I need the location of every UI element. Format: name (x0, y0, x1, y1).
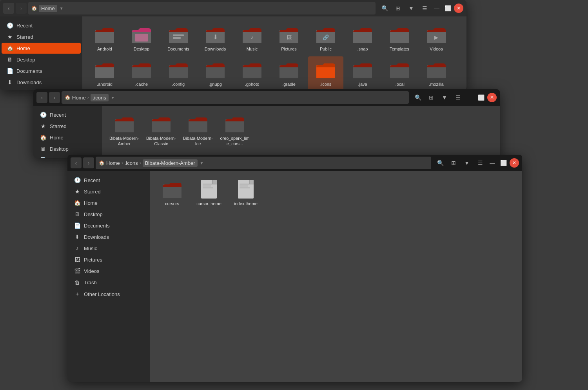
sidebar-item-pictures-win3[interactable]: 🖼 Pictures (69, 254, 148, 265)
breadcrumb-win2[interactable]: 🏠 Home › .icons ▼ (62, 91, 409, 104)
sidebar-win1: 🕐 Recent ★ Starred 🏠 Home 🖥 Desktop 📄 Do… (0, 16, 82, 90)
file-item-gnupg[interactable]: .gnupg (198, 56, 233, 90)
sidebar-item-home-win2[interactable]: 🏠 Home (35, 132, 100, 143)
view-btn-win2[interactable]: ⊞ (425, 92, 437, 103)
window-bibata-amber[interactable]: ‹ › 🏠 Home › .icons › Bibata-Modern-Ambe… (67, 155, 522, 382)
window-icons[interactable]: ‹ › 🏠 Home › .icons ▼ 🔍 ⊞ ▼ ☰ — ⬜ ✕ 🕐 Re… (33, 89, 500, 158)
close-btn-win3[interactable]: ✕ (510, 158, 519, 168)
file-item-cursors[interactable]: cursors (154, 176, 190, 209)
maximize-btn-win2[interactable]: ⬜ (476, 93, 486, 102)
forward-btn-win1[interactable]: › (16, 3, 27, 14)
breadcrumb-win1[interactable]: 🏠 Home ▼ (28, 2, 376, 14)
sidebar-item-recent-win3[interactable]: 🕐 Recent (69, 175, 148, 186)
back-btn-win1[interactable]: ‹ (3, 3, 14, 14)
menu-btn-win1[interactable]: ☰ (419, 2, 430, 14)
file-label-pictures: Pictures (281, 46, 297, 52)
breadcrumb-home-win3[interactable]: Home (106, 160, 120, 166)
breadcrumb-dropdown-win2[interactable]: ▼ (110, 96, 116, 100)
breadcrumb-home-win2[interactable]: Home (72, 95, 86, 101)
search-btn-win2[interactable]: 🔍 (412, 92, 424, 103)
search-btn-win1[interactable]: 🔍 (379, 2, 390, 14)
forward-btn-win3[interactable]: › (83, 157, 94, 168)
sidebar-item-trash-win3[interactable]: 🗑 Trash (69, 277, 148, 288)
sidebar-item-recent-win2[interactable]: 🕐 Recent (35, 109, 100, 120)
file-item-bibata-classic[interactable]: Bibata-Modern-Classic (143, 110, 179, 150)
file-item-bibata-amber[interactable]: Bibata-Modern-Amber (107, 110, 142, 150)
breadcrumb-dropdown-win3[interactable]: ▼ (199, 161, 205, 165)
view-dropdown-win1[interactable]: ▼ (405, 2, 417, 14)
minimize-btn-win2[interactable]: — (465, 93, 475, 102)
sidebar-item-desktop-win1[interactable]: 🖥 Desktop (2, 54, 81, 65)
breadcrumb-win3[interactable]: 🏠 Home › .icons › Bibata-Modern-Amber ▼ (96, 157, 431, 169)
sidebar-item-desktop-win2[interactable]: 🖥 Desktop (35, 143, 100, 154)
sidebar-item-music-win3[interactable]: ♪ Music (69, 243, 148, 254)
sidebar-item-desktop-win3[interactable]: 🖥 Desktop (69, 209, 148, 220)
file-item-public[interactable]: 🔗 Public (308, 21, 343, 55)
file-item-oreo-spark[interactable]: oreo_spark_lime_curs... (217, 110, 252, 150)
breadcrumb-icons-win2[interactable]: .icons (91, 94, 109, 101)
minimize-btn-win1[interactable]: — (432, 4, 441, 13)
file-item-gphoto[interactable]: .gphoto (234, 56, 270, 90)
maximize-btn-win1[interactable]: ⬜ (443, 4, 452, 13)
close-btn-win2[interactable]: ✕ (487, 93, 497, 102)
menu-btn-win3[interactable]: ☰ (474, 157, 486, 169)
file-item-java[interactable]: .java (345, 56, 380, 90)
sidebar-item-videos-win3[interactable]: 🎬 Videos (69, 265, 148, 276)
file-item-videos[interactable]: ▶ Videos (419, 21, 454, 55)
maximize-btn-win3[interactable]: ⬜ (499, 158, 508, 168)
file-item-icons[interactable]: .icons (308, 56, 343, 90)
forward-btn-win2[interactable]: › (49, 92, 60, 103)
menu-btn-win2[interactable]: ☰ (452, 92, 464, 103)
sidebar-item-starred-win2[interactable]: ★ Starred (35, 121, 100, 132)
view-btn-win1[interactable]: ⊞ (392, 2, 404, 14)
file-item-mozilla[interactable]: .mozilla (419, 56, 454, 90)
sidebar-item-downloads-win3[interactable]: ⬇ Downloads (69, 231, 148, 242)
breadcrumb-icons-win3[interactable]: .icons (125, 160, 138, 166)
file-item-android[interactable]: Android (87, 21, 122, 55)
file-label-java: .java (358, 81, 367, 87)
sidebar-item-recent-win1[interactable]: 🕐 Recent (2, 20, 81, 31)
file-item-cache[interactable]: .cache (124, 56, 159, 90)
sidebar-item-documents-win1[interactable]: 📄 Documents (2, 65, 81, 76)
window-home[interactable]: ‹ › 🏠 Home ▼ 🔍 ⊞ ▼ ☰ — ⬜ ✕ 🕐 Recent ★ (0, 0, 466, 90)
sidebar-win2: 🕐 Recent ★ Starred 🏠 Home 🖥 Desktop 📄 Do… (33, 106, 102, 158)
breadcrumb-sep2-win3: › (140, 160, 141, 166)
file-item-android2[interactable]: .android (87, 56, 122, 90)
view-dropdown-win3[interactable]: ▼ (461, 157, 473, 169)
file-item-documents[interactable]: Documents (161, 21, 196, 55)
file-item-config[interactable]: .config (161, 56, 196, 90)
sidebar-item-starred-win3[interactable]: ★ Starred (69, 186, 148, 197)
file-item-gradle[interactable]: .gradle (271, 56, 307, 90)
breadcrumb-dropdown-win1[interactable]: ▼ (59, 6, 64, 11)
file-item-cursor-theme[interactable]: cursor.theme (191, 176, 227, 209)
folder-icon-android2 (94, 60, 115, 80)
file-label-downloads: Downloads (205, 46, 226, 52)
minimize-btn-win3[interactable]: — (488, 158, 497, 168)
file-item-desktop[interactable]: Desktop (124, 21, 159, 55)
close-btn-win1[interactable]: ✕ (454, 4, 463, 13)
breadcrumb-home[interactable]: Home (39, 5, 57, 12)
file-item-downloads[interactable]: ⬇ Downloads (198, 21, 233, 55)
sidebar-item-downloads-win1[interactable]: ⬇ Downloads (2, 77, 81, 88)
file-item-snap[interactable]: .snap (345, 21, 380, 55)
file-item-templates[interactable]: Templates (382, 21, 417, 55)
search-btn-win3[interactable]: 🔍 (434, 157, 446, 169)
file-item-local[interactable]: .local (382, 56, 417, 90)
sidebar-item-other-win3[interactable]: ＋ Other Locations (69, 288, 148, 300)
view-btn-win3[interactable]: ⊞ (448, 157, 459, 169)
sidebar-item-starred-win1[interactable]: ★ Starred (2, 31, 81, 42)
sidebar-label-starred: Starred (16, 34, 33, 40)
file-item-music[interactable]: ♪ Music (234, 21, 270, 55)
breadcrumb-amber-win3[interactable]: Bibata-Modern-Amber (143, 159, 198, 167)
view-dropdown-win2[interactable]: ▼ (439, 92, 450, 103)
file-label-gnupg: .gnupg (209, 81, 222, 87)
back-btn-win3[interactable]: ‹ (71, 157, 82, 168)
back-btn-win2[interactable]: ‹ (36, 92, 47, 103)
file-item-pictures[interactable]: 🖼 Pictures (271, 21, 307, 55)
file-item-bibata-ice[interactable]: Bibata-Modern-Ice (180, 110, 216, 150)
desktop-icon: 🖥 (6, 56, 13, 63)
sidebar-item-home-win1[interactable]: 🏠 Home (2, 43, 81, 54)
file-item-index-theme[interactable]: index.theme (228, 176, 263, 209)
sidebar-item-home-win3[interactable]: 🏠 Home (69, 197, 148, 208)
sidebar-item-documents-win3[interactable]: 📄 Documents (69, 220, 148, 231)
